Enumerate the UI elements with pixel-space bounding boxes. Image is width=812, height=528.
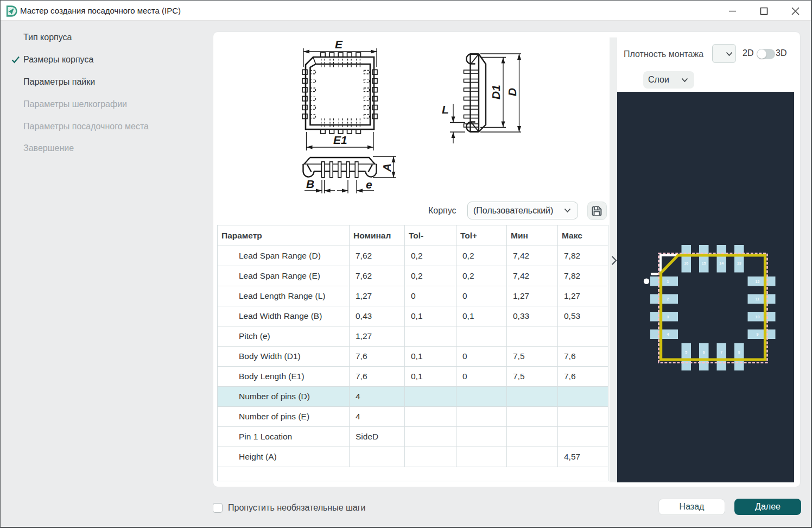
svg-text:8: 8 [738,350,740,354]
svg-text:7: 7 [720,350,722,354]
svg-text:B: B [306,178,314,190]
svg-text:10: 10 [756,315,760,319]
svg-text:14: 14 [719,261,724,265]
svg-text:13: 13 [737,261,741,265]
svg-text:1: 1 [667,280,669,284]
svg-text:A: A [380,164,393,172]
svg-text:D: D [506,88,518,96]
svg-text:9: 9 [757,332,759,336]
svg-text:11: 11 [756,297,760,301]
svg-text:5: 5 [685,350,687,354]
svg-text:L: L [442,103,449,116]
svg-text:2: 2 [667,297,669,301]
svg-text:E: E [335,38,343,51]
svg-text:6: 6 [703,350,705,354]
svg-text:e: e [366,178,372,191]
svg-text:E1: E1 [333,134,347,146]
svg-text:16: 16 [684,261,688,265]
svg-text:15: 15 [702,261,706,265]
svg-text:3: 3 [667,315,669,319]
svg-text:D1: D1 [490,85,502,99]
svg-text:4: 4 [667,332,669,336]
svg-text:12: 12 [756,280,760,284]
